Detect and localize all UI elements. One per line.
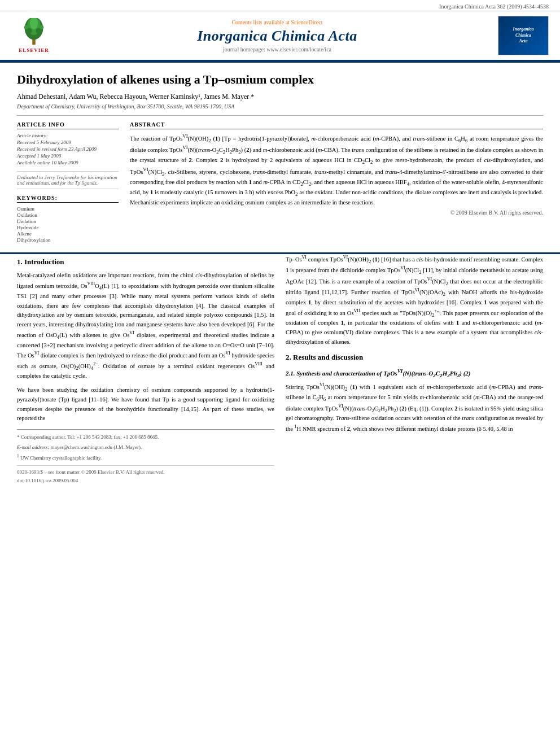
right-para-1: Tp–OsVI complex TpOsVI(N)(OH)2 (1) [16] …	[286, 254, 543, 347]
article-info-abstract: ARTICLE INFO Article history: Received 5…	[17, 121, 543, 243]
elsevier-tree-icon	[20, 18, 48, 46]
article-title: Dihydroxylation of alkenes using a Tp–os…	[17, 72, 543, 88]
journal-center: Contents lists available at ScienceDirec…	[56, 19, 498, 53]
sciencedirect-text[interactable]: ScienceDirect	[291, 19, 322, 25]
journal-homepage: journal homepage: www.elsevier.com/locat…	[56, 46, 498, 53]
abstract-copyright: © 2009 Elsevier B.V. All rights reserved…	[130, 209, 543, 216]
right-body-col: Tp–OsVI complex TpOsVI(N)(OH)2 (1) [16] …	[286, 254, 543, 485]
abstract-heading: ABSTRACT	[130, 121, 543, 129]
abstract-text: The reaction of TpOsVI(N)(OH)2 (1) [Tp =…	[130, 133, 543, 208]
journal-header: Inorganica Chimica Acta 362 (2009) 4534–…	[0, 0, 560, 11]
keyword-dihydroxylation: Dihydroxylation	[17, 237, 119, 243]
available-date: Available online 10 May 2009	[17, 160, 119, 165]
copyright-line: 0020-1693/$ – see front matter © 2009 El…	[17, 468, 274, 476]
footnote-1: 1 UW Chemistry crystallographic facility…	[17, 453, 274, 462]
journal-citation: Inorganica Chimica Acta 362 (2009) 4534–…	[439, 3, 549, 10]
keywords-heading: Keywords:	[17, 195, 119, 203]
keyword-diolation: Diolation	[17, 219, 119, 224]
history-label: Article history:	[17, 133, 119, 138]
authors: Ahmad Dehestani, Adam Wu, Rebecca Hayoun…	[17, 93, 543, 101]
right-para-2: Stirring TpOsVI(N)(OH)2 (1) with 1 equiv…	[286, 382, 543, 434]
thin-divider-1	[17, 115, 543, 116]
journal-banner: ELSEVIER Contents lists available at Sci…	[0, 11, 560, 61]
journal-logo-box: InorganicaChimicaActa	[498, 16, 549, 55]
keyword-osmium: Osmium	[17, 206, 119, 212]
svg-point-7	[40, 25, 43, 29]
elsevier-label: ELSEVIER	[19, 47, 49, 53]
doi-number: doi:10.1016/j.ica.2009.05.004	[17, 477, 274, 484]
footnote-corresponding: * Corresponding author. Tel: +1 206 543 …	[17, 433, 274, 441]
intro-para-1: Metal-catalyzed olefin oxidations are im…	[17, 271, 274, 381]
affiliation: Department of Chemistry, University of W…	[17, 103, 543, 110]
keyword-hydroxide: Hydroxide	[17, 225, 119, 230]
sciencedirect-link: Contents lists available at ScienceDirec…	[56, 19, 498, 25]
article-info-col: ARTICLE INFO Article history: Received 5…	[17, 121, 119, 243]
doi-line: 0020-1693/$ – see front matter © 2009 El…	[17, 465, 274, 484]
keyword-alkene: Alkene	[17, 231, 119, 237]
dedication: Dedicated to Jerry Trofimenko for his in…	[17, 171, 119, 189]
body-two-col: 1. Introduction Metal-catalyzed olefin o…	[17, 254, 543, 485]
keyword-oxidation: Oxidation	[17, 212, 119, 218]
revised-date: Received in revised form 23 April 2009	[17, 146, 119, 152]
article-content: Dihydroxylation of alkenes using a Tp–os…	[0, 63, 560, 252]
main-body: 1. Introduction Metal-catalyzed olefin o…	[0, 254, 560, 496]
abstract-col: ABSTRACT The reaction of TpOsVI(N)(OH)2 …	[130, 121, 543, 243]
article-info-heading: ARTICLE INFO	[17, 121, 119, 129]
accepted-date: Accepted 1 May 2009	[17, 153, 119, 159]
received-date: Received 5 February 2009	[17, 139, 119, 145]
journal-logo-box-text: InorganicaChimicaActa	[513, 27, 534, 44]
intro-para-2: We have been studying the oxidation chem…	[17, 386, 274, 423]
subsection-title: 2.1. Synthesis and characterization of T…	[286, 367, 543, 380]
elsevier-logo: ELSEVIER	[11, 18, 56, 53]
footnotes: * Corresponding author. Tel: +1 206 543 …	[17, 429, 274, 462]
keywords-section: Keywords: Osmium Oxidation Diolation Hyd…	[17, 195, 119, 243]
footnote-email: E-mail address: mayer@chem.washington.ed…	[17, 443, 274, 451]
left-body-col: 1. Introduction Metal-catalyzed olefin o…	[17, 254, 274, 485]
journal-title-banner: Inorganica Chimica Acta	[56, 28, 498, 45]
results-title: 2. Results and discussion	[286, 352, 543, 364]
intro-title: 1. Introduction	[17, 256, 274, 268]
svg-point-6	[24, 25, 28, 29]
